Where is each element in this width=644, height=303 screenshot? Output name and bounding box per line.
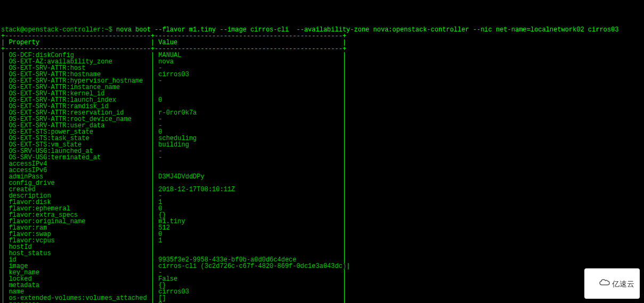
watermark-text: 亿速云 bbox=[612, 280, 634, 288]
terminal-output[interactable]: stack@openstack-controller:~$ nova boot … bbox=[1, 27, 643, 303]
watermark-badge: 亿速云 bbox=[584, 268, 640, 299]
table-row-value: 0 bbox=[158, 301, 343, 303]
cloud-icon bbox=[590, 271, 610, 297]
table-row-property: progress bbox=[9, 301, 150, 303]
